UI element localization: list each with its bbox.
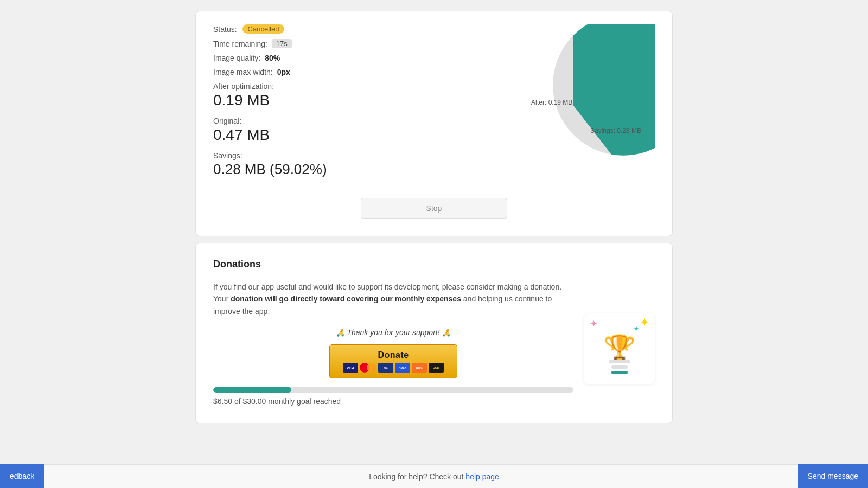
time-remaining-label: Time remaining: [213, 40, 267, 48]
progress-bar-wrap [213, 387, 573, 393]
footer-bar: Looking for help? Check out help page [0, 464, 868, 488]
other-card-icon: JCB [429, 363, 444, 373]
send-message-button[interactable]: Send message [798, 464, 868, 488]
image-max-width-value: 0px [277, 68, 290, 76]
trophy-line-green [611, 371, 628, 374]
visa-icon: VISA [343, 363, 358, 373]
donations-content: If you find our app useful and would lik… [213, 281, 573, 406]
trophy-lines [609, 360, 630, 374]
donations-title: Donations [213, 259, 655, 270]
stop-button[interactable]: Stop [361, 198, 508, 219]
maestro-icon: MC [378, 363, 393, 373]
image-quality-value: 80% [265, 54, 280, 62]
original-value: 0.47 MB [213, 126, 470, 144]
after-optimization-value: 0.19 MB [213, 92, 470, 109]
progress-section: $6.50 of $30.00 monthly goal reached [213, 387, 573, 406]
feedback-button[interactable]: edback [0, 464, 44, 488]
image-quality-label: Image quality: [213, 54, 260, 62]
trophy-line-gray-2 [611, 365, 628, 369]
svg-text:After: 0.19 MB: After: 0.19 MB [531, 99, 573, 106]
footer-text: Looking for help? Check out [369, 472, 463, 481]
donations-body: If you find our app useful and would lik… [213, 281, 655, 406]
image-max-width-row: Image max width: 0px [213, 68, 470, 76]
after-optimization-block: After optimization: 0.19 MB [213, 82, 470, 109]
progress-bar-fill [213, 387, 291, 393]
amex-icon: AMEX [395, 363, 410, 373]
image-max-width-label: Image max width: [213, 68, 273, 76]
trophy-illustration: ✦ ✦ ✦ 🏆 [584, 313, 655, 384]
trophy-emoji: 🏆 [603, 333, 636, 364]
sparkle-gold-icon: ✦ [640, 316, 649, 330]
payment-card-icons: VISA MC AMEX DISC JCB [343, 363, 444, 373]
help-page-link[interactable]: help page [465, 472, 499, 481]
progress-text: $6.50 of $30.00 monthly goal reached [213, 397, 573, 406]
savings-value: 0.28 MB (59.02%) [213, 161, 470, 178]
thank-you-text: 🙏 Thank you for your support! 🙏 [213, 328, 573, 337]
trophy-line-gray-1 [609, 360, 630, 363]
status-row: Status: Cancelled [213, 24, 470, 34]
donate-button[interactable]: Donate VISA MC AMEX DISC JCB [329, 344, 457, 378]
image-quality-row: Image quality: 80% [213, 54, 470, 62]
donate-button-wrap: Donate VISA MC AMEX DISC JCB [213, 344, 573, 378]
savings-label: Savings: [213, 151, 470, 160]
time-remaining-row: Time remaining: 17s [213, 39, 470, 48]
donate-label: Donate [378, 350, 409, 360]
sparkle-teal-icon: ✦ [633, 324, 640, 333]
donations-text: If you find our app useful and would lik… [213, 281, 573, 317]
pie-chart: After: 0.19 MB Savings: 0.28 MB [492, 24, 655, 187]
discover-icon: DISC [412, 363, 427, 373]
savings-block: Savings: 0.28 MB (59.02%) [213, 151, 470, 178]
sparkle-pink-icon: ✦ [590, 318, 598, 330]
page-wrapper: Status: Cancelled Time remaining: 17s Im… [0, 0, 868, 488]
svg-text:Savings: 0.28 MB: Savings: 0.28 MB [590, 127, 641, 134]
stats-card: Status: Cancelled Time remaining: 17s Im… [195, 11, 673, 236]
after-optimization-label: After optimization: [213, 82, 470, 91]
status-badge: Cancelled [242, 24, 285, 34]
donations-text-bold: donation will go directly toward coverin… [231, 294, 461, 303]
stats-left: Status: Cancelled Time remaining: 17s Im… [213, 24, 470, 185]
stop-button-row: Stop [213, 198, 655, 219]
time-remaining-value: 17s [272, 39, 292, 48]
original-label: Original: [213, 117, 470, 125]
donations-card: Donations If you find our app useful and… [195, 243, 673, 423]
status-label: Status: [213, 25, 237, 34]
mastercard-icon-2 [367, 363, 376, 373]
original-block: Original: 0.47 MB [213, 117, 470, 144]
